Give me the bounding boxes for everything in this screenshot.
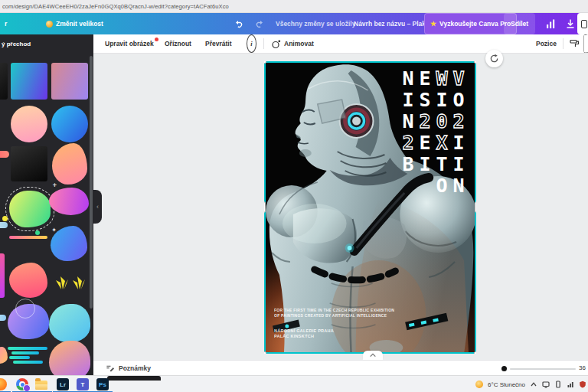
context-toolbar: Upravit obrázek Oříznout Převrátit i Ani… bbox=[93, 34, 588, 54]
crop-button[interactable]: Oříznout bbox=[165, 34, 191, 53]
orange-pink-blob[interactable] bbox=[52, 143, 87, 185]
file-menu-fragment[interactable]: r bbox=[5, 13, 7, 34]
yellow-sparkles[interactable] bbox=[55, 274, 86, 291]
toolbar-divider bbox=[263, 38, 264, 49]
animate-button[interactable]: Animovat bbox=[271, 34, 314, 53]
blue-violet-blob[interactable] bbox=[51, 226, 87, 261]
pink-magenta-blob[interactable] bbox=[49, 188, 89, 215]
undo-button[interactable] bbox=[234, 13, 244, 34]
poster-page[interactable]: NEWVISION2022EXIBITION FOR THE FIRST TIM… bbox=[264, 61, 476, 354]
poster-title-row: N202 bbox=[400, 110, 467, 132]
poster-title-row: BITI bbox=[400, 153, 467, 175]
coral-red-blob[interactable] bbox=[9, 263, 47, 298]
status-bar: Poznámky 36 bbox=[93, 360, 588, 375]
weather-sun-icon[interactable] bbox=[475, 381, 483, 388]
toolbar-divider bbox=[563, 38, 564, 49]
taskbar-file-explorer-icon[interactable] bbox=[35, 377, 49, 392]
gradients-panel: ý přechod bbox=[0, 34, 93, 375]
taskbar-teams-icon[interactable]: T bbox=[76, 377, 90, 392]
shield-icon[interactable] bbox=[579, 381, 586, 388]
device-icon bbox=[581, 20, 587, 28]
poster-title-row: ON bbox=[400, 175, 467, 196]
document-title[interactable]: Návrh bez názvu – Plakát bbox=[354, 13, 432, 34]
monitor-icon[interactable] bbox=[542, 381, 550, 388]
taskbar-chrome-icon[interactable] bbox=[15, 377, 29, 392]
magenta-strip-edge[interactable] bbox=[0, 253, 5, 298]
design-canvas[interactable]: NEWVISION2022EXIBITION FOR THE FIRST TIM… bbox=[93, 54, 588, 360]
redo-icon bbox=[254, 19, 264, 28]
info-button[interactable]: i bbox=[247, 34, 256, 53]
flip-button[interactable]: Převrátit bbox=[205, 34, 232, 53]
page-collapse-tab[interactable] bbox=[363, 351, 383, 360]
resize-button[interactable]: Změnit velikost bbox=[46, 13, 103, 34]
lime-green-blob-selected[interactable] bbox=[9, 191, 51, 227]
rotate-button[interactable] bbox=[485, 50, 503, 67]
teal-cloud[interactable] bbox=[49, 304, 90, 342]
canva-editor-screen: com/design/DAE4WCeeEH0/2zaJeFn0GQXq0BQra… bbox=[0, 0, 588, 392]
weather-text[interactable]: 6°C Slunečno bbox=[488, 381, 525, 388]
undo-icon bbox=[234, 19, 244, 28]
zoom-slider-handle[interactable] bbox=[501, 366, 507, 371]
taskbar-lightroom-icon[interactable]: Lr bbox=[56, 377, 70, 392]
paint-roller-icon[interactable] bbox=[570, 34, 580, 53]
download-icon bbox=[565, 18, 576, 29]
position-button[interactable]: Pozice bbox=[536, 34, 557, 53]
new-feature-badge bbox=[155, 38, 158, 41]
windows-taskbar: LrTPs 6°C Slunečno bbox=[0, 375, 588, 392]
selection-handle-left[interactable] bbox=[264, 201, 266, 213]
transparency-icon[interactable] bbox=[583, 34, 588, 53]
poster-title: NEWVISION2022EXIBITION bbox=[400, 67, 467, 196]
violet-blue-cloud[interactable] bbox=[8, 304, 49, 339]
panel-scrollbar[interactable] bbox=[90, 56, 93, 309]
pro-badge-icon bbox=[46, 21, 53, 28]
star-icon: ★ bbox=[430, 20, 436, 28]
tray-icons bbox=[530, 381, 586, 388]
taskbar-browser-edge-cut-icon[interactable] bbox=[0, 377, 8, 392]
chevron-up-icon[interactable] bbox=[530, 381, 537, 388]
share-button[interactable]: Sdílet bbox=[504, 13, 535, 34]
page-url: com/design/DAE4WCeeEH0/2zaJeFn0GQXq0BQra… bbox=[0, 3, 229, 10]
teal-purple-square[interactable] bbox=[11, 63, 47, 100]
selection-handle-br[interactable] bbox=[474, 351, 476, 354]
taskbar-photoshop-icon[interactable]: Ps bbox=[96, 377, 109, 392]
insights-button[interactable] bbox=[545, 13, 556, 34]
selection-handle-bl[interactable] bbox=[264, 351, 266, 354]
print-posters-button[interactable]: T bbox=[577, 13, 588, 34]
download-button[interactable] bbox=[565, 13, 576, 34]
zoom-level: 36 bbox=[579, 364, 586, 371]
bar-chart-icon bbox=[545, 18, 556, 29]
dark-gradient-square[interactable] bbox=[11, 146, 47, 181]
coral-pill-edge[interactable] bbox=[0, 151, 9, 158]
pink-yellow-line[interactable] bbox=[9, 236, 47, 239]
zoom-slider-track[interactable] bbox=[510, 368, 576, 370]
selection-handle-right[interactable] bbox=[475, 201, 476, 213]
blue-circle[interactable] bbox=[51, 106, 88, 142]
poster-venue-text: NÁRODNÍ GALERIE PRAHA PALÁC KINSKÝCH bbox=[274, 328, 476, 338]
phone-icon[interactable] bbox=[554, 381, 562, 388]
notes-button[interactable]: Poznámky bbox=[106, 361, 151, 376]
skyblue-pill-edge[interactable] bbox=[0, 315, 6, 321]
rotate-icon bbox=[489, 54, 499, 64]
network-icon[interactable] bbox=[567, 381, 574, 388]
poster-title-row: NEWV bbox=[400, 67, 467, 89]
animate-icon bbox=[271, 39, 281, 49]
poster-info-text: FOR THE FIRST TIME IN THE CZECH REPUBLIC… bbox=[274, 308, 476, 318]
selection-handle-tr[interactable] bbox=[474, 61, 476, 64]
orange-violet-cloud[interactable] bbox=[49, 341, 90, 375]
gradient-blob-edge[interactable] bbox=[0, 347, 8, 364]
panel-collapse-button[interactable]: ‹ bbox=[93, 190, 102, 224]
peach-pink-circle[interactable] bbox=[11, 106, 47, 142]
notes-icon bbox=[106, 364, 115, 373]
black-square-edge[interactable] bbox=[0, 63, 8, 100]
app-header: r Změnit velikost Všechny změny se uloži… bbox=[0, 13, 588, 34]
sidebar-tiles bbox=[0, 34, 93, 375]
chevron-up-icon bbox=[369, 353, 377, 358]
background-window-edge bbox=[107, 376, 161, 381]
redo-button[interactable] bbox=[254, 13, 264, 34]
pink-violet-square[interactable] bbox=[51, 63, 88, 100]
white-pill-edge[interactable] bbox=[0, 222, 8, 228]
teal-glitch-lines[interactable] bbox=[8, 345, 47, 365]
browser-url-bar[interactable]: com/design/DAE4WCeeEH0/2zaJeFn0GQXq0BQra… bbox=[0, 0, 588, 13]
edit-image-button[interactable]: Upravit obrázek bbox=[105, 34, 154, 53]
save-status-text: Všechny změny se uložily bbox=[276, 13, 355, 34]
